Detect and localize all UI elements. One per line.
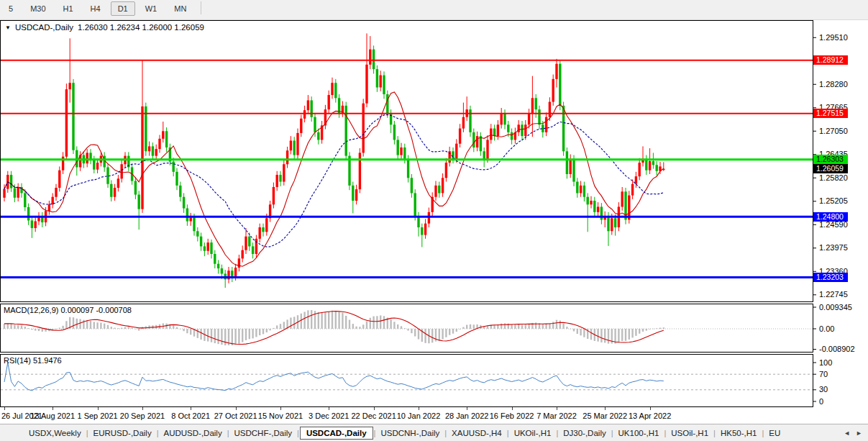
tab-audusd-daily[interactable]: AUDUSD-,Daily	[160, 427, 227, 440]
chart-ohlc-values: 1.26030 1.26234 1.26000 1.26059	[78, 23, 204, 32]
tab-separator: |	[157, 429, 159, 437]
tab-scroll-right-icon[interactable]: ►	[856, 429, 862, 437]
timeframe-button-5[interactable]: 5	[1, 1, 20, 16]
tab-usdcnh-daily[interactable]: USDCNH-,Daily	[376, 427, 444, 440]
tab-separator: |	[374, 429, 376, 437]
tab-eu[interactable]: EU	[764, 427, 785, 440]
tab-separator: |	[713, 429, 716, 437]
tab-scroll-left-icon[interactable]: ◄	[844, 429, 850, 437]
rsi-indicator-caption: RSI(14) 51.9476	[4, 356, 62, 365]
macd-indicator-label: MACD(12,26,9)	[4, 306, 58, 314]
timeframe-button-w1[interactable]: W1	[138, 1, 165, 16]
tab-ukoil-h1[interactable]: UKOil-,H1	[510, 427, 556, 440]
tab-separator: |	[297, 429, 299, 437]
macd-indicator-values: 0.000097 -0.000708	[60, 306, 131, 314]
timeframe-button-m30[interactable]: M30	[23, 1, 52, 16]
timeframe-button-h1[interactable]: H1	[56, 1, 81, 16]
symbol-dropdown-icon[interactable]: ▼	[5, 24, 11, 31]
tab-xauusd-h4[interactable]: XAUUSD-,H4	[447, 427, 506, 440]
tab-separator: |	[444, 429, 447, 437]
timeframe-button-d1[interactable]: D1	[111, 1, 135, 16]
tab-separator: |	[227, 429, 229, 437]
timeframe-toolbar: 5M30H1H4D1W1MN	[0, 0, 868, 20]
tab-usoil-h1[interactable]: USOil-,H1	[667, 427, 713, 440]
tab-separator: |	[664, 429, 666, 437]
tab-separator: |	[86, 429, 88, 437]
rsi-indicator-label: RSI(14)	[4, 356, 31, 365]
symbol-tab-bar: USDX,Weekly|EURUSD-,Daily|AUDUSD-,Daily|…	[0, 424, 868, 441]
tab-hk50-h1[interactable]: HK50-,H1	[716, 427, 762, 440]
tab-scroll-arrows: ◄►	[844, 429, 868, 437]
tab-separator: |	[611, 429, 613, 437]
tab-usdchf-daily[interactable]: USDCHF-,Daily	[230, 427, 297, 440]
date-axis	[0, 407, 868, 424]
tab-uk100-h1[interactable]: UK100-,H1	[614, 427, 664, 440]
timeframe-button-mn[interactable]: MN	[167, 1, 193, 16]
main-chart-canvas[interactable]	[0, 20, 868, 302]
macd-indicator-caption: MACD(12,26,9) 0.000097 -0.000708	[4, 306, 132, 314]
timeframe-button-h4[interactable]: H4	[83, 1, 108, 16]
chart-symbol-label: USDCAD-,Daily	[15, 23, 73, 32]
rsi-indicator-value: 51.9476	[33, 356, 62, 365]
rsi-panel-canvas	[0, 354, 868, 407]
tab-usdcad-daily[interactable]: USDCAD-,Daily	[300, 427, 373, 440]
chart-title: ▼ USDCAD-,Daily 1.26030 1.26234 1.26000 …	[5, 23, 204, 32]
tab-separator: |	[507, 429, 509, 437]
tab-usdx-weekly[interactable]: USDX,Weekly	[24, 427, 86, 440]
tab-dj30-daily[interactable]: DJ30-,Daily	[559, 427, 610, 440]
tab-separator: |	[762, 429, 764, 437]
tab-separator: |	[556, 429, 558, 437]
tab-eurusd-daily[interactable]: EURUSD-,Daily	[89, 427, 156, 440]
toolbar-separator	[201, 1, 201, 14]
mt4-chart-window: 5M30H1H4D1W1MN ▼ USDCAD-,Daily 1.26030 1…	[0, 0, 868, 441]
